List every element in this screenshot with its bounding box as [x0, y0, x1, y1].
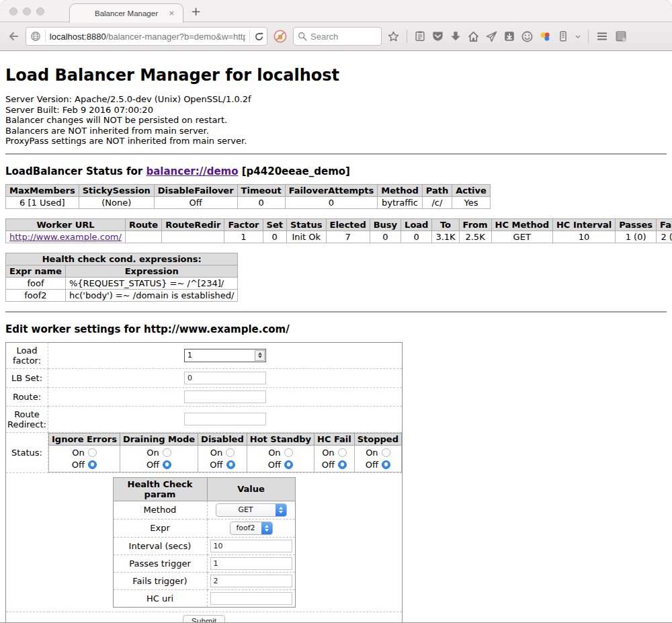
- url-bar[interactable]: localhost:8880/balancer-manager?b=demo&w…: [26, 27, 267, 46]
- downloads-icon[interactable]: [450, 30, 462, 42]
- hc-row-hcuri: HC uri: [113, 589, 295, 607]
- search-bar[interactable]: Search: [293, 27, 382, 46]
- col-header: Path: [422, 184, 452, 196]
- bookmark-star-icon[interactable]: [387, 30, 400, 43]
- balancer-status-table: MaxMembers StickySession DisableFailover…: [5, 184, 491, 209]
- menu-hamburger-icon[interactable]: [595, 30, 609, 43]
- hc-row-method: Method GET: [113, 501, 295, 519]
- col-header: DisableFailover: [154, 184, 237, 196]
- hc-row-fails: Fails trigger): [113, 572, 295, 589]
- hc-row-interval: Interval (secs): [113, 537, 295, 554]
- cell-disablefailover: Off: [154, 196, 237, 208]
- url-path: /balancer-manager?b=demo&w=http://www.ex…: [106, 32, 246, 42]
- col-header: Fails: [657, 218, 672, 231]
- fails-cell: [207, 572, 295, 589]
- col-header: Set: [263, 218, 286, 231]
- radio-draining-mode-on[interactable]: [163, 448, 171, 457]
- save-page-icon[interactable]: [503, 30, 515, 42]
- new-tab-button[interactable]: +: [191, 4, 201, 18]
- cell-path: /c/: [422, 196, 452, 208]
- route-redirect-input[interactable]: [184, 413, 266, 425]
- extension-grid-icon[interactable]: [614, 30, 628, 43]
- radio-hot-standby-off[interactable]: [284, 460, 293, 469]
- reload-icon[interactable]: [254, 32, 264, 42]
- tab-balancer-manager[interactable]: Balancer Manager ×: [69, 3, 183, 23]
- expr-select[interactable]: foof2: [230, 522, 273, 535]
- radio-hc-fail-on[interactable]: [338, 448, 347, 457]
- edit-worker-form: Load factor: LB Set: Route: Route Redire…: [5, 342, 403, 623]
- on-label: On: [146, 448, 159, 458]
- window-controls: [9, 7, 44, 15]
- back-icon[interactable]: [7, 30, 20, 43]
- reading-list-icon[interactable]: [414, 30, 426, 42]
- radio-ignore-errors-off[interactable]: [88, 460, 97, 469]
- radio-ignore-errors-on[interactable]: [88, 448, 97, 457]
- col-header: StickySession: [79, 184, 154, 196]
- cell-worker-url: http://www.example.com/: [6, 231, 126, 243]
- interval-input[interactable]: [210, 540, 292, 552]
- col-header: FailoverAttempts: [285, 184, 378, 196]
- passes-input[interactable]: [210, 557, 292, 570]
- col-header: Factor: [224, 218, 263, 231]
- home-icon[interactable]: [467, 30, 480, 43]
- close-tab-icon[interactable]: ×: [169, 9, 175, 17]
- radio-hc-fail-off[interactable]: [338, 460, 347, 469]
- route-input[interactable]: [184, 390, 266, 403]
- overflow-caret-icon[interactable]: [575, 33, 581, 40]
- send-tab-icon[interactable]: [485, 30, 498, 43]
- fails-input[interactable]: [210, 575, 292, 587]
- col-header: Expression: [65, 265, 238, 277]
- radio-draining-mode-off[interactable]: [163, 460, 171, 469]
- number-spinner[interactable]: [255, 350, 265, 361]
- radio-disabled-on[interactable]: [226, 448, 235, 457]
- col-header: Hot Standby: [247, 433, 314, 445]
- cell-stickysession: (None): [79, 196, 154, 208]
- col-header: Load: [401, 218, 432, 231]
- radio-disabled-off[interactable]: [226, 460, 235, 469]
- extension-colors-icon[interactable]: [539, 30, 552, 43]
- table-title-row: Health check cond. expressions:: [6, 253, 238, 265]
- radio-hot-standby-on[interactable]: [284, 448, 293, 457]
- load-factor-input[interactable]: [185, 349, 254, 362]
- on-label: On: [366, 448, 378, 458]
- worker-table: Worker URL Route RouteRedir Factor Set S…: [5, 218, 672, 243]
- close-window-button[interactable]: [9, 7, 17, 15]
- cell-expression: hc('body') =~ /domain is established/: [65, 289, 238, 301]
- balancer-demo-link[interactable]: balancer://demo: [146, 165, 238, 177]
- pocket-icon[interactable]: [431, 30, 444, 43]
- method-selected-value: GET: [216, 505, 276, 514]
- site-identity-globe-icon[interactable]: [30, 31, 41, 42]
- page-content: Load Balancer Manager for localhost Serv…: [0, 51, 672, 622]
- status-cell-ignore-errors: On Off: [49, 445, 120, 472]
- table-header-row: MaxMembers StickySession DisableFailover…: [6, 184, 491, 196]
- col-header: Active: [452, 184, 491, 196]
- method-select[interactable]: GET: [216, 503, 287, 517]
- expr-cell: foof2: [207, 519, 295, 537]
- cell-busy: 0: [370, 231, 401, 243]
- col-header: Passes: [616, 218, 657, 231]
- lb-set-input[interactable]: [184, 372, 266, 384]
- load-factor-label: Load factor:: [6, 342, 48, 368]
- balancer-status-heading: LoadBalancer Status for balancer://demo …: [5, 165, 667, 177]
- search-placeholder: Search: [310, 32, 338, 42]
- col-header: Status: [286, 218, 326, 231]
- radio-stopped-on[interactable]: [382, 448, 390, 457]
- divider: [5, 153, 667, 155]
- radio-stopped-off[interactable]: [382, 460, 390, 469]
- col-header: Disabled: [198, 433, 247, 445]
- interval-label: Interval (secs): [113, 537, 207, 554]
- hcuri-input[interactable]: [210, 592, 292, 605]
- feedback-smiley-icon[interactable]: [521, 30, 534, 43]
- col-header: Ignore Errors: [49, 433, 120, 445]
- worker-url-link[interactable]: http://www.example.com/: [9, 232, 122, 242]
- url-text[interactable]: localhost:8880/balancer-manager?b=demo&w…: [50, 32, 245, 42]
- zoom-window-button[interactable]: [36, 7, 44, 15]
- select-arrows-icon: [261, 522, 272, 534]
- minimize-window-button[interactable]: [23, 7, 31, 15]
- submit-button[interactable]: Submit: [183, 615, 225, 623]
- content-blocker-icon[interactable]: [273, 29, 288, 44]
- sidebar-panel-icon[interactable]: [557, 30, 569, 42]
- expression-row: foof2 hc('body') =~ /domain is establish…: [6, 289, 238, 301]
- route-redirect-label: Route Redirect:: [6, 406, 48, 432]
- on-label: On: [72, 448, 84, 458]
